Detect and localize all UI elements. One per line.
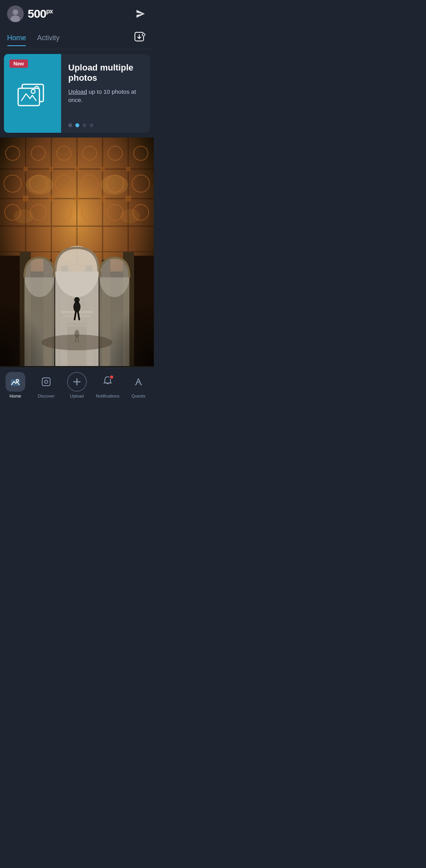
nav-item-discover[interactable]: Discover [31, 372, 62, 398]
discover-icon [41, 376, 52, 387]
svg-point-43 [49, 167, 54, 171]
logo-text: 500px [28, 8, 53, 20]
svg-point-52 [26, 175, 53, 195]
promo-left: New [4, 54, 61, 133]
svg-rect-85 [77, 256, 154, 366]
svg-rect-88 [42, 378, 50, 386]
nav-notifications-label: Notifications [96, 394, 120, 398]
svg-point-49 [74, 195, 80, 202]
nav-quests-label: Quests [132, 394, 146, 398]
plus-icon [73, 377, 81, 386]
tabs: Home Activity [7, 34, 60, 46]
svg-rect-84 [0, 256, 77, 366]
promo-subtitle: Upload up to 10 photos at once. [68, 87, 143, 104]
svg-point-55 [120, 209, 140, 223]
nav-item-quests[interactable]: Quests [123, 372, 154, 398]
send-icon[interactable] [134, 7, 147, 20]
svg-line-93 [135, 384, 137, 385]
quests-icon-wrap [129, 372, 148, 392]
home-icon-wrap [6, 372, 25, 392]
svg-line-94 [140, 384, 142, 385]
nav-upload-label: Upload [70, 394, 84, 398]
nav-item-home[interactable]: Home [0, 372, 31, 398]
notification-wrap [102, 375, 113, 388]
header: 500px [0, 0, 154, 28]
notification-badge [109, 375, 114, 379]
nav-item-notifications[interactable]: Notifications [92, 372, 123, 398]
dot-2[interactable] [75, 123, 79, 127]
hall-photo [0, 138, 154, 366]
bottom-nav: Home Discover Upload [0, 368, 154, 405]
logo-px: px [46, 8, 53, 15]
dot-4[interactable] [90, 123, 93, 127]
svg-point-89 [45, 380, 48, 383]
nav-home-label: Home [9, 394, 21, 398]
header-left: 500px [7, 6, 53, 22]
promo-banner[interactable]: New Upload multiple photos Upload up to … [4, 54, 150, 133]
nav-discover-label: Discover [38, 394, 55, 398]
tab-home[interactable]: Home [7, 34, 26, 46]
svg-point-54 [14, 209, 34, 223]
photo-section [0, 138, 154, 368]
svg-point-53 [101, 175, 128, 195]
promo-right: Upload multiple photos Upload up to 10 p… [61, 54, 150, 133]
notifications-icon-wrap [98, 372, 118, 392]
promo-title: Upload multiple photos [68, 63, 143, 84]
svg-point-50 [99, 195, 106, 202]
upload-icon-wrap [67, 372, 87, 392]
dot-3[interactable] [82, 123, 86, 127]
svg-point-44 [75, 167, 79, 171]
home-icon [10, 376, 21, 387]
dot-1[interactable] [68, 123, 72, 127]
quests-icon [133, 376, 144, 387]
avatar[interactable] [7, 6, 24, 22]
svg-point-45 [100, 167, 105, 171]
svg-point-1 [13, 9, 18, 15]
new-badge: New [9, 59, 28, 68]
nav-item-upload[interactable]: Upload [62, 372, 92, 398]
promo-upload-link[interactable]: Upload [68, 88, 87, 95]
discover-icon-wrap [36, 372, 56, 392]
upload-button[interactable] [67, 372, 87, 392]
svg-point-42 [23, 167, 28, 171]
settings-icon[interactable] [133, 31, 147, 46]
tab-activity[interactable]: Activity [37, 34, 60, 46]
promo-dots [68, 123, 143, 127]
svg-point-47 [22, 195, 29, 202]
tabs-row: Home Activity [0, 28, 154, 49]
photo-upload-icon [15, 76, 50, 111]
svg-point-51 [125, 195, 131, 202]
svg-point-46 [126, 167, 131, 171]
svg-point-48 [48, 195, 54, 202]
